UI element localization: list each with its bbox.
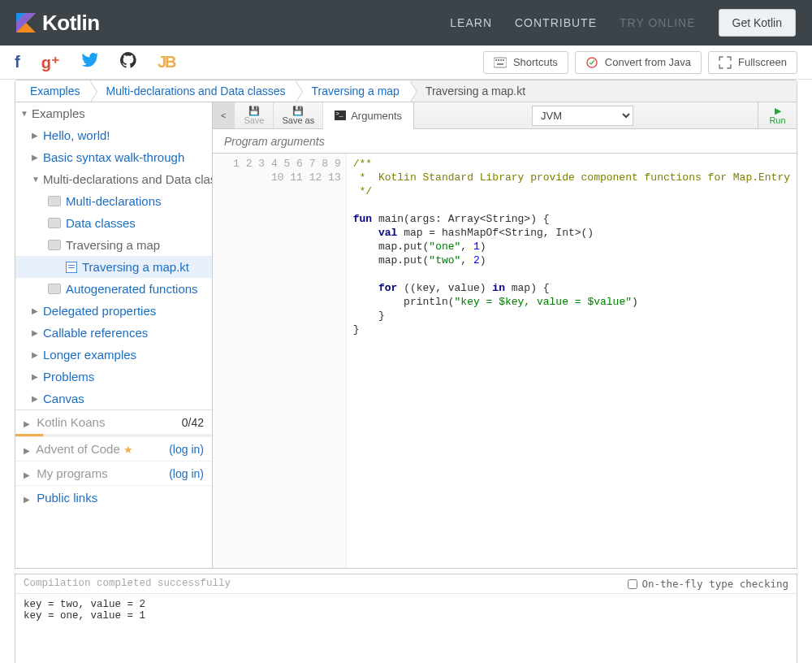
tree-dataclasses[interactable]: Data classes [15,212,212,234]
output-header: Compilation completed successfully On-th… [15,574,797,594]
tree-autogen[interactable]: Autogenerated functions [15,278,212,300]
top-header: Kotlin LEARN CONTRIBUTE TRY ONLINE Get K… [0,0,812,46]
file-icon [66,262,77,273]
tree-multi[interactable]: Multi-declarations and Data classes [15,168,212,190]
brand[interactable]: Kotlin [16,11,100,36]
tree-traversing[interactable]: Traversing a map [15,234,212,256]
tree-examples-label: Examples [32,106,85,120]
svg-rect-4 [495,59,497,61]
svg-rect-8 [497,63,503,65]
editor-toolbar: < 💾Save 💾Save as Arguments JVM ▶Run [213,102,797,129]
code-editor[interactable]: 1 2 3 4 5 6 7 8 9 10 11 12 13 /** * Kotl… [213,154,797,568]
caret-icon: ▶ [24,495,30,504]
tree-dc-label: Data classes [66,216,136,230]
sidebar-public[interactable]: ▶ Public links [15,485,212,509]
tree-delegated-label: Delegated properties [43,304,156,318]
fullscreen-icon [719,56,732,69]
sidebar-myprograms[interactable]: ▶ My programs (log in) [15,461,212,485]
svg-rect-3 [494,58,507,67]
top-nav: LEARN CONTRIBUTE TRY ONLINE Get Kotlin [450,9,796,37]
target-select[interactable]: JVM [532,106,633,126]
folder-icon [48,240,61,250]
typecheck-checkbox[interactable] [628,579,637,589]
crumb-multi[interactable]: Multi-declarations and Data classes [91,80,296,102]
back-button[interactable]: < [213,102,235,128]
tool-buttons: Shortcuts Convert from Java Fullscreen [483,51,797,74]
nav-contribute[interactable]: CONTRIBUTE [515,16,597,29]
sidebar-advent[interactable]: ▶ Advent of Code ★ (log in) [15,436,212,461]
fullscreen-label: Fullscreen [738,56,787,68]
terminal-icon [335,110,346,120]
tree-problems-label: Problems [43,370,94,384]
github-icon[interactable] [120,52,136,72]
tab-arguments[interactable]: Arguments [323,102,414,129]
koans-count: 0/42 [182,416,204,429]
kotlin-logo-icon [16,13,36,32]
shortcuts-button[interactable]: Shortcuts [483,51,568,74]
save-icon: 💾 [248,106,260,115]
tree-delegated[interactable]: Delegated properties [15,300,212,322]
folder-icon [48,284,61,294]
tree-basic[interactable]: Basic syntax walk-through [15,146,212,168]
koans-label: Kotlin Koans [37,415,105,429]
tree-canvas[interactable]: Canvas [15,388,212,410]
advent-login[interactable]: (log in) [169,443,204,456]
nav-try-online[interactable]: TRY ONLINE [620,16,696,29]
arguments-label: Arguments [351,110,402,122]
compile-status: Compilation completed successfully [24,578,231,590]
code-lines[interactable]: /** * Kotlin Standard Library provide co… [347,154,797,568]
tree-callable[interactable]: Callable references [15,322,212,344]
tree: Examples Hello, world! Basic syntax walk… [15,102,212,410]
svg-rect-7 [503,59,504,61]
get-kotlin-button[interactable]: Get Kotlin [719,9,796,37]
keyboard-icon [494,56,507,69]
shortcuts-label: Shortcuts [513,56,558,68]
save-label: Save [244,115,264,125]
svg-rect-6 [500,59,502,61]
arguments-input[interactable] [213,129,797,154]
typecheck-toggle[interactable]: On-the-fly type checking [628,578,788,590]
play-icon: ▶ [775,106,781,115]
run-label: Run [769,115,785,125]
tree-hello[interactable]: Hello, world! [15,124,212,146]
saveas-button[interactable]: 💾Save as [274,102,323,128]
saveas-label: Save as [282,115,314,125]
sidebar: Examples Hello, world! Basic syntax walk… [15,102,213,568]
tree-problems[interactable]: Problems [15,366,212,388]
convert-label: Convert from Java [605,56,691,68]
twitter-icon[interactable] [81,53,99,72]
crumb-examples[interactable]: Examples [15,80,91,102]
brand-text: Kotlin [42,11,100,36]
tree-md-label: Multi-declarations [66,194,162,208]
tree-callable-label: Callable references [43,326,148,340]
tree-multi-label: Multi-declarations and Data classes [43,172,212,186]
tree-traversing-file[interactable]: Traversing a map.kt [15,256,212,278]
advent-label: Advent of Code [36,442,119,456]
nav-learn[interactable]: LEARN [450,16,492,29]
googleplus-icon[interactable]: g⁺ [41,53,60,72]
line-gutter: 1 2 3 4 5 6 7 8 9 10 11 12 13 [213,154,347,568]
tree-examples[interactable]: Examples [15,102,212,124]
tree-longer[interactable]: Longer examples [15,344,212,366]
run-button[interactable]: ▶Run [758,102,797,128]
svg-rect-5 [498,59,499,61]
tree-ag-label: Autogenerated functions [66,282,198,296]
typecheck-label: On-the-fly type checking [641,578,788,590]
caret-icon: ▶ [24,419,30,428]
crumb-file: Traversing a map.kt [411,80,797,102]
myprograms-login[interactable]: (log in) [169,467,204,480]
saveas-icon: 💾 [292,106,304,115]
jetbrains-icon[interactable]: JB [158,53,175,72]
convert-java-button[interactable]: Convert from Java [575,51,702,74]
fullscreen-button[interactable]: Fullscreen [708,51,797,74]
facebook-icon[interactable]: f [15,53,20,72]
social-tool-row: f g⁺ JB Shortcuts Convert from Java Full… [0,46,812,80]
save-button[interactable]: 💾Save [235,102,274,128]
folder-icon [48,218,61,228]
crumb-traversing[interactable]: Traversing a map [296,80,410,102]
tree-multideclarations[interactable]: Multi-declarations [15,190,212,212]
star-icon: ★ [123,444,133,456]
tree-tm-label: Traversing a map [66,238,160,252]
sidebar-koans[interactable]: ▶ Kotlin Koans 0/42 [15,410,212,434]
caret-icon: ▶ [24,470,30,479]
